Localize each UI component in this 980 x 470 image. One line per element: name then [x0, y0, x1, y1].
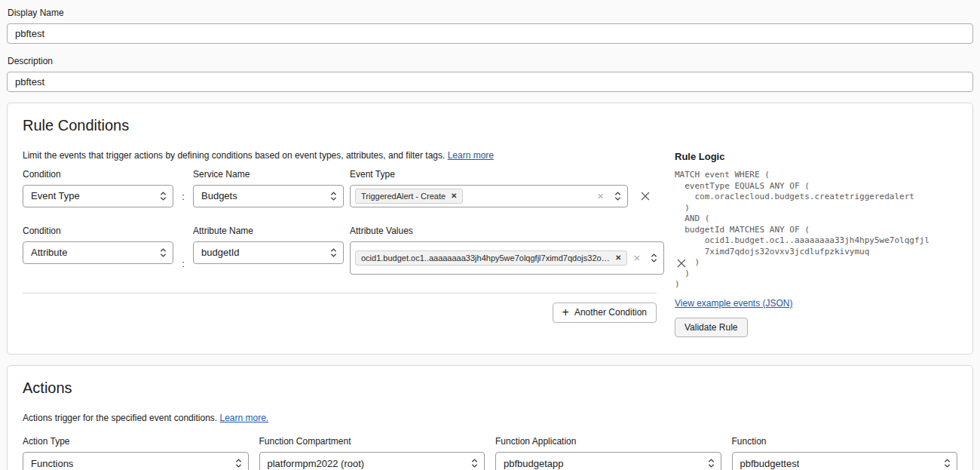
- function-compartment-value: platformpm2022 (root): [268, 458, 365, 469]
- plus-icon: +: [562, 306, 569, 318]
- attribute-name-label: Attribute Name: [193, 226, 344, 236]
- service-name-value: Budgets: [201, 190, 237, 201]
- service-name-select[interactable]: Budgets: [193, 185, 344, 207]
- events-rule-form: Display Name Description Rule Conditions…: [0, 0, 980, 470]
- rule-conditions-card: Rule Conditions Limit the events that tr…: [7, 103, 973, 355]
- select-caret-icon: [330, 190, 337, 202]
- condition-type-value: Event Type: [31, 190, 80, 201]
- description-label: Description: [8, 56, 973, 66]
- attribute-values-combobox[interactable]: ocid1.budget.oc1..aaaaaaaa33jh4hpy5we7ol…: [350, 241, 664, 275]
- select-caret-icon: [235, 457, 242, 469]
- tag-remove-icon[interactable]: ✕: [615, 254, 621, 262]
- select-caret-icon: [330, 247, 337, 259]
- function-value: pbfbudgettest: [740, 458, 800, 469]
- select-caret-icon: [471, 457, 478, 469]
- clear-field-icon[interactable]: ×: [597, 190, 604, 201]
- attribute-name-value: budgetId: [201, 247, 240, 258]
- another-condition-button[interactable]: + Another Condition: [553, 303, 657, 323]
- actions-title: Actions: [23, 379, 957, 397]
- condition-type-value: Attribute: [31, 247, 67, 258]
- select-caret-icon: [708, 457, 715, 469]
- select-caret-icon: [944, 457, 951, 469]
- another-condition-label: Another Condition: [574, 307, 647, 318]
- condition-row: Condition Event Type : Service Name Budg…: [23, 169, 657, 207]
- attribute-value-tag-label: ocid1.budget.oc1..aaaaaaaa33jh4hpy5we7ol…: [361, 253, 610, 263]
- attribute-name-select[interactable]: budgetId: [193, 241, 344, 264]
- rule-conditions-title: Rule Conditions: [23, 117, 957, 134]
- colon-separator: :: [179, 191, 187, 207]
- actions-learn-more-link[interactable]: Learn more.: [219, 413, 268, 423]
- validate-rule-label: Validate Rule: [684, 322, 738, 333]
- attribute-values-label: Attribute Values: [350, 226, 664, 236]
- select-caret-icon: [160, 190, 167, 202]
- event-type-tag: TriggeredAlert - Create ✕: [355, 189, 463, 204]
- tag-remove-icon[interactable]: ✕: [451, 192, 457, 200]
- action-row: Action Type Functions Function Compartme…: [23, 436, 957, 470]
- function-compartment-select[interactable]: platformpm2022 (root): [259, 452, 485, 470]
- function-select[interactable]: pbfbudgettest: [732, 452, 958, 470]
- select-caret-icon: [160, 247, 167, 259]
- function-application-label: Function Application: [495, 436, 721, 447]
- condition-row: Condition Attribute : Attribute Name bud…: [23, 226, 657, 275]
- select-caret-icon[interactable]: [614, 190, 621, 202]
- action-type-select[interactable]: Functions: [23, 452, 249, 470]
- function-label: Function: [732, 436, 958, 447]
- colon-separator: :: [179, 258, 187, 275]
- function-application-value: pbfbudgetapp: [504, 458, 564, 469]
- rule-logic-code: MATCH event WHERE ( eventType EQUALS ANY…: [675, 170, 957, 290]
- function-application-select[interactable]: pbfbudgetapp: [495, 452, 721, 470]
- conditions-form: Limit the events that trigger actions by…: [23, 149, 657, 323]
- actions-card: Actions Actions trigger for the specifie…: [7, 365, 973, 470]
- event-type-combobox[interactable]: TriggeredAlert - Create ✕ ×: [350, 185, 628, 207]
- description-input[interactable]: [7, 72, 973, 92]
- event-type-tag-label: TriggeredAlert - Create: [361, 192, 446, 201]
- event-type-label: Event Type: [350, 169, 628, 180]
- actions-intro-text: Actions trigger for the specified event …: [23, 413, 217, 423]
- validate-rule-button[interactable]: Validate Rule: [675, 318, 748, 337]
- conditions-intro-text: Limit the events that trigger actions by…: [23, 150, 445, 161]
- conditions-divider: [23, 293, 657, 293]
- condition-label: Condition: [23, 169, 173, 180]
- action-type-value: Functions: [31, 458, 73, 469]
- function-compartment-label: Function Compartment: [259, 436, 485, 447]
- select-caret-icon[interactable]: [651, 252, 657, 264]
- view-example-events-link[interactable]: View example events (JSON): [675, 298, 793, 309]
- conditions-learn-more-link[interactable]: Learn more: [448, 150, 494, 161]
- attribute-value-tag: ocid1.budget.oc1..aaaaaaaa33jh4hpy5we7ol…: [355, 250, 627, 266]
- remove-condition-button[interactable]: [634, 185, 657, 207]
- rule-logic-title: Rule Logic: [675, 151, 957, 162]
- condition-type-select[interactable]: Attribute: [23, 241, 173, 264]
- action-type-label: Action Type: [23, 436, 249, 447]
- condition-label: Condition: [23, 226, 173, 236]
- clear-field-icon[interactable]: ×: [633, 252, 640, 263]
- condition-type-select[interactable]: Event Type: [23, 185, 173, 207]
- display-name-input[interactable]: [7, 23, 973, 44]
- display-name-label: Display Name: [8, 8, 973, 18]
- rule-logic-panel: Rule Logic MATCH event WHERE ( eventType…: [675, 149, 957, 337]
- service-name-label: Service Name: [193, 169, 344, 180]
